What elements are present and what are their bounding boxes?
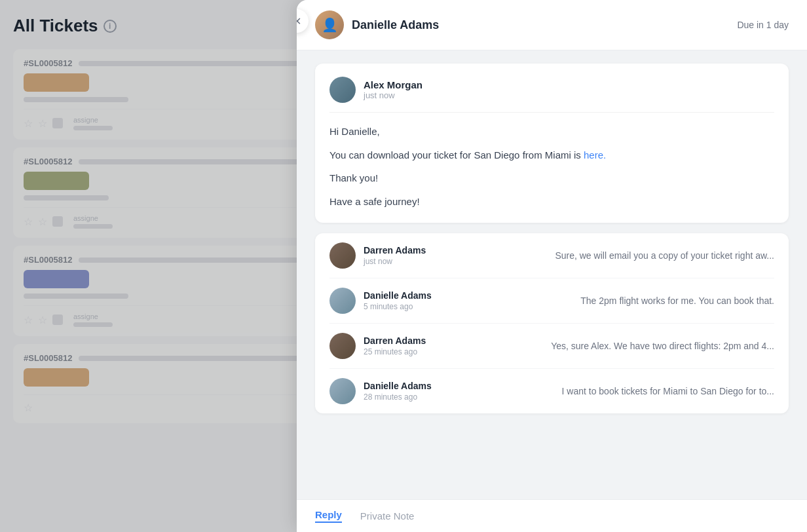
convo-author: Darren Adams <box>364 245 547 256</box>
star-icon: ☆ <box>24 216 33 228</box>
private-note-tab[interactable]: Private Note <box>360 510 415 522</box>
ticket-line <box>79 356 307 361</box>
message-card-header: Alex Morgan just now <box>329 77 774 113</box>
here-link[interactable]: here. <box>584 149 606 161</box>
convo-info: Darren Adams just now <box>364 245 547 266</box>
star-icon: ☆ <box>38 314 47 326</box>
ticket-color-bar <box>24 368 89 387</box>
panel-header: 👤 Danielle Adams Due in 1 day <box>297 0 807 50</box>
star-icon: ☆ <box>24 117 33 130</box>
message-card: Alex Morgan just now Hi Danielle, You ca… <box>315 64 789 223</box>
assignee-bar <box>73 126 113 130</box>
convo-time: 28 minutes ago <box>364 392 554 402</box>
star-icon: ☆ <box>38 216 47 228</box>
darren-avatar-1 <box>329 242 356 269</box>
user-name: Danielle Adams <box>352 18 439 32</box>
convo-info: Danielle Adams 28 minutes ago <box>364 381 554 402</box>
ticket-card-bottom: ☆ ☆ assigne <box>24 109 307 130</box>
message-author-time: just now <box>364 90 422 100</box>
title-text: All Tickets <box>13 16 98 36</box>
convo-preview: Sure, we will email you a copy of your t… <box>555 250 774 261</box>
square-icon <box>52 118 63 128</box>
ticket-line <box>79 159 307 164</box>
header-user: 👤 Danielle Adams <box>315 10 439 39</box>
message-line-3: Thank you! <box>329 170 774 187</box>
assignee-block: assigne <box>73 116 113 130</box>
assignee-label: assigne <box>73 313 113 320</box>
convo-author: Danielle Adams <box>364 381 554 391</box>
message-author-name: Alex Morgan <box>364 79 422 90</box>
convo-item[interactable]: Danielle Adams 28 minutes ago I want to … <box>329 369 774 413</box>
convo-info: Danielle Adams 5 minutes ago <box>364 290 572 311</box>
convo-info: Darren Adams 25 minutes ago <box>364 335 543 356</box>
convo-item[interactable]: Darren Adams just now Sure, we will emai… <box>329 233 774 278</box>
convo-time: 5 minutes ago <box>364 302 572 311</box>
info-icon: i <box>103 20 117 33</box>
convo-item[interactable]: Darren Adams 25 minutes ago Yes, sure Al… <box>329 324 774 369</box>
ticket-card[interactable]: #SL0005812 ☆ <box>13 344 318 423</box>
assignee-block: assigne <box>73 214 113 229</box>
message-body: Hi Danielle, You can download your ticke… <box>329 123 774 210</box>
convo-preview: I want to book tickets for Miami to San … <box>562 386 774 396</box>
message-line-4: Have a safe journey! <box>329 193 774 210</box>
convo-author: Danielle Adams <box>364 290 572 301</box>
reply-bar: Reply Private Note <box>297 499 807 532</box>
danielle-avatar-1 <box>329 288 356 314</box>
panel-body: Alex Morgan just now Hi Danielle, You ca… <box>297 50 807 493</box>
square-icon <box>52 314 63 325</box>
ticket-line-long <box>24 195 109 200</box>
danielle-avatar-2 <box>329 378 356 404</box>
ticket-card-bottom: ☆ ☆ assigne <box>24 305 307 327</box>
convo-preview: The 2pm flight works for me. You can boo… <box>580 295 774 306</box>
convo-item[interactable]: Danielle Adams 5 minutes ago The 2pm fli… <box>329 278 774 324</box>
darren-avatar-2 <box>329 333 356 359</box>
ticket-card-top: #SL0005812 <box>24 353 307 363</box>
ticket-id: #SL0005812 <box>24 353 72 363</box>
message-line-2: You can download your ticket for San Die… <box>329 147 774 164</box>
tickets-panel: All Tickets i #SL0005812 ☆ ☆ assigne #SL… <box>0 0 331 532</box>
alex-avatar <box>329 77 356 103</box>
square-icon <box>52 216 63 227</box>
ticket-card[interactable]: #SL0005812 ☆ ☆ assigne <box>13 147 318 238</box>
message-line-1: Hi Danielle, <box>329 123 774 140</box>
ticket-color-bar <box>24 172 89 190</box>
detail-panel: ✕ 👤 Danielle Adams Due in 1 day Alex Mor… <box>297 0 807 532</box>
ticket-id: #SL0005812 <box>24 58 72 68</box>
ticket-line <box>79 61 307 66</box>
ticket-line-long <box>24 97 128 102</box>
ticket-color-bar <box>24 73 89 92</box>
avatar-initials: 👤 <box>322 17 338 33</box>
due-badge: Due in 1 day <box>737 20 789 30</box>
star-icon: ☆ <box>38 117 47 130</box>
star-icon: ☆ <box>24 314 33 326</box>
ticket-line <box>79 257 307 263</box>
assignee-bar <box>73 322 113 327</box>
ticket-card-bottom: ☆ <box>24 394 307 414</box>
ticket-card[interactable]: #SL0005812 ☆ ☆ assigne <box>13 246 318 336</box>
convo-time: 25 minutes ago <box>364 347 543 356</box>
convo-author: Darren Adams <box>364 335 543 346</box>
convo-time: just now <box>364 257 547 266</box>
ticket-id: #SL0005812 <box>24 157 72 166</box>
assignee-label: assigne <box>73 116 113 124</box>
message-author-info: Alex Morgan just now <box>364 79 422 100</box>
assignee-label: assigne <box>73 214 113 222</box>
assignee-block: assigne <box>73 313 113 327</box>
ticket-card-top: #SL0005812 <box>24 58 307 68</box>
star-icon: ☆ <box>24 402 33 414</box>
ticket-card[interactable]: #SL0005812 ☆ ☆ assigne <box>13 49 318 140</box>
ticket-line-long <box>24 294 128 299</box>
page-title: All Tickets i <box>13 16 318 36</box>
ticket-id: #SL0005812 <box>24 255 72 265</box>
ticket-card-bottom: ☆ ☆ assigne <box>24 207 307 229</box>
ticket-card-top: #SL0005812 <box>24 255 307 265</box>
ticket-card-top: #SL0005812 <box>24 157 307 166</box>
conversation-card: Darren Adams just now Sure, we will emai… <box>315 233 789 413</box>
reply-tab[interactable]: Reply <box>315 509 342 523</box>
ticket-color-bar <box>24 270 89 288</box>
avatar: 👤 <box>315 10 344 39</box>
assignee-bar <box>73 224 113 229</box>
convo-preview: Yes, sure Alex. We have two direct fligh… <box>551 341 774 351</box>
